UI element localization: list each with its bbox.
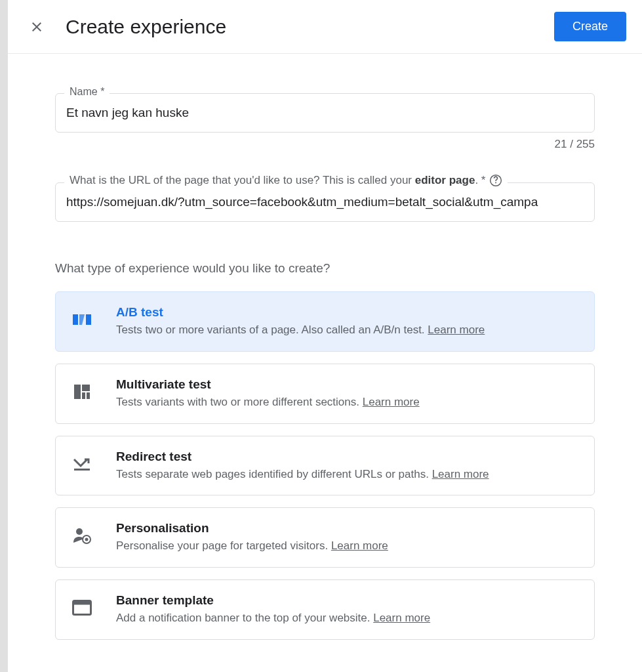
svg-point-8 xyxy=(76,528,83,535)
svg-rect-2 xyxy=(86,314,91,325)
learn-more-link[interactable]: Learn more xyxy=(331,539,388,552)
option-multivariate-test[interactable]: Multivariate test Tests variants with tw… xyxy=(55,364,595,424)
option-redirect-test[interactable]: Redirect test Tests separate web pages i… xyxy=(55,436,595,496)
close-icon xyxy=(29,19,45,35)
option-description: Add a notification banner to the top of … xyxy=(116,610,578,626)
svg-rect-6 xyxy=(87,392,90,399)
create-button[interactable]: Create xyxy=(554,12,626,41)
svg-rect-5 xyxy=(82,392,85,399)
option-content: Personalisation Personalise your page fo… xyxy=(116,521,578,554)
option-ab-test[interactable]: A/B test Tests two or more variants of a… xyxy=(55,291,595,352)
learn-more-link[interactable]: Learn more xyxy=(373,612,430,624)
redirect-icon xyxy=(71,453,92,474)
banner-icon xyxy=(71,597,92,618)
url-input[interactable] xyxy=(55,182,595,222)
learn-more-link[interactable]: Learn more xyxy=(432,468,489,480)
personalisation-icon xyxy=(71,525,92,546)
url-label-prefix: What is the URL of the page that you'd l… xyxy=(70,174,415,186)
ab-test-icon xyxy=(71,309,92,330)
option-description: Tests two or more variants of a page. Al… xyxy=(116,322,578,338)
url-field-group: What is the URL of the page that you'd l… xyxy=(55,182,595,222)
dialog-title: Create experience xyxy=(66,16,554,38)
url-label: What is the URL of the page that you'd l… xyxy=(64,174,508,187)
option-title: Multivariate test xyxy=(116,377,578,392)
option-content: Banner template Add a notification banne… xyxy=(116,593,578,626)
option-content: A/B test Tests two or more variants of a… xyxy=(116,305,578,338)
svg-rect-4 xyxy=(82,385,90,391)
help-icon[interactable] xyxy=(489,174,502,187)
svg-point-10 xyxy=(85,538,89,541)
dialog-header: Create experience Create xyxy=(8,0,642,54)
option-title: Banner template xyxy=(116,593,578,608)
option-title: Redirect test xyxy=(116,450,578,464)
option-content: Multivariate test Tests variants with tw… xyxy=(116,377,578,410)
option-banner-template[interactable]: Banner template Add a notification banne… xyxy=(55,579,595,640)
create-experience-dialog: Create experience Create Name * 21 / 255… xyxy=(8,0,642,672)
learn-more-link[interactable]: Learn more xyxy=(363,396,420,408)
svg-rect-0 xyxy=(73,314,78,325)
svg-rect-12 xyxy=(73,601,91,605)
dialog-content: Name * 21 / 255 What is the URL of the p… xyxy=(8,54,642,667)
option-description: Tests separate web pages identified by d… xyxy=(116,467,578,482)
option-content: Redirect test Tests separate web pages i… xyxy=(116,450,578,482)
svg-rect-3 xyxy=(74,385,81,399)
option-personalisation[interactable]: Personalisation Personalise your page fo… xyxy=(55,507,595,568)
name-char-counter: 21 / 255 xyxy=(55,138,595,151)
svg-marker-1 xyxy=(79,314,85,325)
close-button[interactable] xyxy=(24,14,50,40)
url-label-suffix: . * xyxy=(475,174,485,186)
option-description: Personalise your page for targeted visit… xyxy=(116,538,578,554)
url-label-bold: editor page xyxy=(415,174,475,186)
learn-more-link[interactable]: Learn more xyxy=(428,324,485,336)
name-label: Name * xyxy=(64,86,110,98)
option-description: Tests variants with two or more differen… xyxy=(116,394,578,410)
svg-rect-7 xyxy=(74,469,90,471)
background-edge xyxy=(0,0,8,672)
name-field-group: Name * xyxy=(55,93,595,133)
option-title: A/B test xyxy=(116,305,578,320)
name-input[interactable] xyxy=(55,93,595,133)
experience-type-heading: What type of experience would you like t… xyxy=(55,261,595,276)
option-title: Personalisation xyxy=(116,521,578,536)
multivariate-icon xyxy=(71,381,92,402)
